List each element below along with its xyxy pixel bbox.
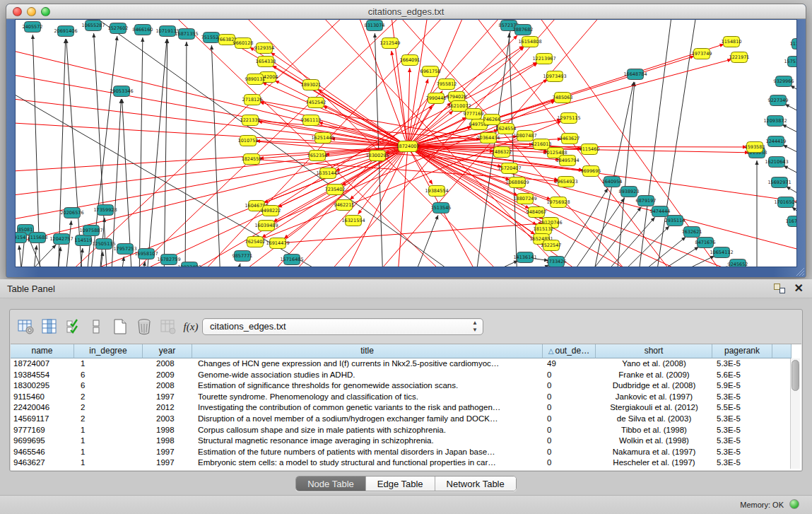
graph-edge[interactable] <box>211 45 220 267</box>
new-table-icon[interactable] <box>110 317 130 337</box>
table-cell[interactable]: 2008 <box>156 380 192 392</box>
table-cell[interactable]: 1 <box>81 447 143 458</box>
float-window-icon[interactable] <box>774 284 785 293</box>
graph-node[interactable]: 8471676 <box>695 238 716 248</box>
table-cell[interactable]: 5.6E-5 <box>717 370 772 381</box>
graph-node[interactable]: 114519 <box>75 235 93 246</box>
graph-node[interactable]: 15716485 <box>280 255 303 265</box>
table-row[interactable]: 1938455462009Genome-wide association stu… <box>11 370 801 381</box>
graph-edge[interactable] <box>122 99 132 267</box>
graph-node[interactable]: 2887682 <box>513 25 534 35</box>
table-cell[interactable]: 49 <box>547 358 596 370</box>
delete-table-icon[interactable] <box>158 317 178 337</box>
table-cell[interactable]: 5.3E-5 <box>717 414 772 425</box>
graph-edge[interactable] <box>475 20 514 267</box>
table-cell[interactable]: 22420046 <box>13 402 74 414</box>
table-cell[interactable]: 2 <box>81 414 143 425</box>
table-selector-dropdown[interactable]: citations_edges.txt ▲▼ <box>202 318 483 335</box>
graph-node[interactable]: 1513545 <box>431 203 452 214</box>
graph-node[interactable]: 1593583 <box>745 142 765 153</box>
table-cell[interactable]: Yano et al. (2008) <box>596 358 712 370</box>
graph-node[interactable]: 10688609 <box>505 177 529 188</box>
table-cell[interactable]: 0 <box>547 402 596 414</box>
graph-node[interactable]: 9129354 <box>254 43 275 54</box>
table-cell[interactable]: Jankovic et al. (1997) <box>596 392 712 403</box>
graph-node[interactable]: 9498222 <box>261 206 281 216</box>
graph-edge[interactable] <box>146 39 167 267</box>
graph-node[interactable]: 9474444 <box>650 206 671 217</box>
graph-edge[interactable] <box>164 39 167 267</box>
table-cell[interactable]: 9463627 <box>13 457 74 469</box>
table-row[interactable]: 1872400712008Changes of HCN gene express… <box>11 358 801 370</box>
column-header-name[interactable]: name <box>11 344 74 358</box>
graph-node[interactable]: 9115460 <box>579 144 600 155</box>
graph-node[interactable]: 6961758 <box>420 66 441 77</box>
table-cell[interactable]: 0 <box>547 414 596 425</box>
table-cell[interactable]: Dudbridge et al. (2008) <box>596 380 712 392</box>
graph-node[interactable]: 16914479 <box>266 238 289 249</box>
graph-node[interactable]: 1221971 <box>729 52 750 63</box>
table-cell[interactable]: 2008 <box>156 358 192 370</box>
table-cell[interactable]: 0 <box>547 447 596 458</box>
table-cell[interactable]: 5.3E-5 <box>717 447 772 458</box>
table-cell[interactable]: Nakamura et al. (1997) <box>596 447 712 458</box>
table-cell[interactable]: 5.3E-5 <box>717 436 772 447</box>
table-cell[interactable]: Structural magnetic resonance image aver… <box>198 436 543 447</box>
graph-node[interactable]: 1815132 <box>534 224 554 235</box>
table-cell[interactable]: 5.5E-5 <box>717 402 772 414</box>
table-cell[interactable]: Stergiakouli et al. (2012) <box>596 402 712 414</box>
table-cell[interactable]: 2 <box>81 402 143 414</box>
graph-node[interactable]: 10973493 <box>543 71 566 82</box>
graph-node[interactable]: 1154810 <box>722 37 742 47</box>
table-cell[interactable]: Investigating the contribution of common… <box>198 402 543 414</box>
table-cell[interactable]: 6 <box>81 380 143 392</box>
graph-node[interactable]: 10807487 <box>513 131 536 141</box>
table-cell[interactable]: Disruption of a novel member of a sodium… <box>198 414 543 425</box>
graph-edge[interactable] <box>139 37 143 267</box>
graph-node[interactable]: 1010753 <box>238 136 259 146</box>
graph-node[interactable]: 20364436 <box>476 133 500 144</box>
graph-node[interactable]: 1221339 <box>240 115 261 126</box>
graph-node[interactable]: 7990448 <box>426 93 447 104</box>
graph-node[interactable]: 9484067 <box>526 207 547 218</box>
graph-node[interactable]: 18495794 <box>555 156 579 166</box>
graph-node[interactable]: 1527602 <box>108 23 129 34</box>
graph-node[interactable]: 7632621 <box>682 227 702 238</box>
table-cell[interactable]: 2003 <box>156 414 192 425</box>
table-cell[interactable]: 9777169 <box>13 425 74 436</box>
graph-node[interactable]: 16321554 <box>341 216 365 226</box>
graph-node[interactable]: 1640954 <box>602 177 623 187</box>
graph-node[interactable]: 1115688 <box>28 233 48 243</box>
graph-node[interactable]: 9777169 <box>464 109 484 119</box>
graph-node[interactable]: 7652354 <box>307 151 328 161</box>
graph-node[interactable]: 12213967 <box>532 54 555 64</box>
graph-edge[interactable] <box>16 146 408 197</box>
graph-edge[interactable] <box>319 122 408 146</box>
graph-node[interactable]: 15720407 <box>498 163 521 174</box>
graph-edge[interactable] <box>171 146 408 267</box>
column-header-in_degree[interactable]: in_degree <box>74 344 143 358</box>
table-cell[interactable]: 0 <box>547 425 596 436</box>
graph-node[interactable]: 16782759 <box>157 255 180 265</box>
table-cell[interactable]: 14569117 <box>13 414 74 425</box>
graph-node[interactable]: 1244419 <box>766 136 787 147</box>
graph-node[interactable]: 12975115 <box>557 113 580 124</box>
graph-node[interactable]: 15751074 <box>784 57 797 67</box>
graph-node[interactable]: 7625402 <box>245 237 266 247</box>
scrollbar-thumb[interactable] <box>792 360 799 391</box>
graph-node[interactable]: 18724007 <box>396 141 419 152</box>
graph-node[interactable]: 9857771 <box>233 251 253 262</box>
table-cell[interactable]: Embryonic stem cells: a model to study s… <box>198 457 543 469</box>
graph-node[interactable]: 20206576 <box>60 208 83 218</box>
graph-node[interactable]: 14136141 <box>513 252 536 263</box>
table-cell[interactable]: 5.3E-5 <box>717 425 772 436</box>
graph-node[interactable]: 9329966 <box>774 76 794 87</box>
column-select-icon[interactable] <box>40 317 59 337</box>
graph-node[interactable]: 19654923 <box>554 177 577 187</box>
graph-node[interactable]: 1167533 <box>786 216 797 227</box>
graph-node[interactable]: 2935114 <box>665 216 686 226</box>
graph-node[interactable]: 8313074 <box>365 21 385 31</box>
network-canvas[interactable]: 2405572831307420691406106552871527602846… <box>15 19 797 267</box>
table-row[interactable]: 946554611997Estimation of the future num… <box>11 447 801 458</box>
graph-node[interactable]: 7235402 <box>325 185 346 195</box>
